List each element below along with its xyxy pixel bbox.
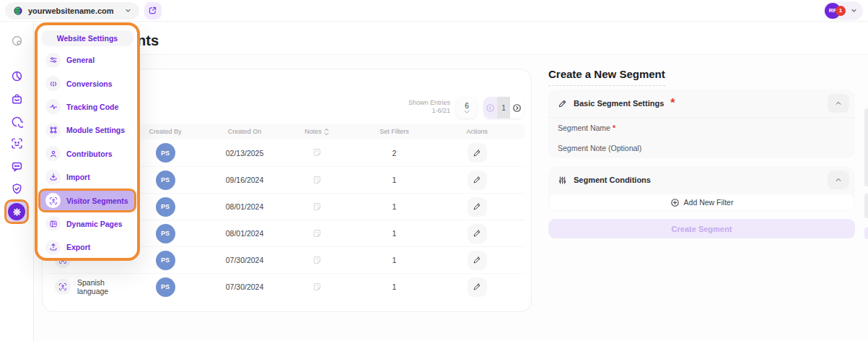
- plus-circle-icon: [670, 198, 680, 207]
- col-notes[interactable]: Notes: [273, 128, 360, 136]
- edit-segment-button[interactable]: [468, 277, 487, 297]
- menu-item-visitor-segments[interactable]: Visitor Segments: [38, 189, 136, 212]
- set-filters-count: 1: [360, 282, 429, 291]
- command-icon: [45, 123, 61, 138]
- collapse-button[interactable]: [828, 170, 849, 189]
- pencil-icon: [473, 149, 481, 157]
- set-filters-count: 1: [360, 202, 429, 211]
- col-created-on: Created On: [216, 128, 273, 135]
- note-icon[interactable]: [273, 256, 360, 265]
- note-icon[interactable]: [273, 148, 360, 157]
- chevron-down-icon: [125, 7, 131, 14]
- note-icon[interactable]: [273, 176, 360, 185]
- basic-settings-header[interactable]: Basic Segment Settings *: [548, 90, 855, 118]
- current-page[interactable]: 1: [497, 97, 511, 118]
- segment-note-input[interactable]: Segment Note (Optional): [548, 138, 855, 158]
- prev-page-button[interactable]: [483, 97, 497, 118]
- shield-check-icon[interactable]: [8, 180, 25, 197]
- sidebar-item-settings-active[interactable]: [4, 199, 29, 224]
- external-link-icon: [148, 6, 157, 15]
- circle-arrow-right-icon: [512, 103, 522, 113]
- segment-name: Spanish language: [77, 278, 115, 295]
- open-website-button[interactable]: [144, 2, 162, 20]
- pencil-icon: [473, 256, 481, 264]
- cutoff-card-edge: [864, 194, 868, 218]
- table-row[interactable]: Spanish language PS 07/30/2024 1: [48, 273, 525, 300]
- recordings-spiral-icon[interactable]: [8, 113, 25, 130]
- note-icon[interactable]: [273, 202, 360, 212]
- notification-badge: 1: [836, 6, 846, 16]
- shown-entries-value: 1-6/21: [408, 107, 450, 115]
- face-scan-icon[interactable]: [8, 134, 25, 152]
- analytics-pie-icon[interactable]: [8, 67, 25, 85]
- creator-avatar: PS: [156, 224, 175, 243]
- shown-entries-label: Shown Entries: [408, 99, 450, 107]
- note-icon[interactable]: [273, 229, 360, 238]
- segment-conditions-label: Segment Conditions: [574, 176, 651, 184]
- set-filters-count: 1: [360, 176, 429, 184]
- create-segment-button[interactable]: Create Segment: [548, 219, 855, 238]
- sliders-icon: [45, 53, 61, 68]
- add-new-filter-button[interactable]: Add New Filter: [550, 194, 854, 210]
- edit-segment-button[interactable]: [468, 251, 487, 270]
- import-icon: [45, 170, 61, 185]
- website-settings-popup: Website Settings General Conversions Tra…: [35, 22, 140, 261]
- chevron-down-icon: [464, 110, 470, 114]
- menu-item-dynamic-pages[interactable]: Dynamic Pages: [41, 212, 133, 236]
- col-set-filters: Set Filters: [360, 128, 429, 135]
- creator-avatar: PS: [156, 197, 175, 217]
- pulse-icon: [45, 99, 61, 114]
- app-sidebar: [0, 22, 34, 341]
- edit-segment-button[interactable]: [468, 143, 487, 163]
- set-filters-count: 1: [360, 256, 429, 264]
- required-asterisk: *: [613, 124, 615, 132]
- created-on: 07/30/2024: [216, 256, 273, 264]
- menu-item-module-settings[interactable]: Module Settings: [41, 118, 133, 142]
- website-selector[interactable]: yourwebsitename.com: [5, 2, 139, 20]
- circle-arrow-left-icon: [486, 103, 495, 113]
- popup-title: Website Settings: [41, 30, 133, 46]
- collapse-button[interactable]: [828, 94, 849, 113]
- menu-item-tracking-code[interactable]: Tracking Code: [41, 95, 133, 118]
- segment-name-input[interactable]: Segment Name *: [548, 118, 855, 138]
- segment-conditions-header[interactable]: Segment Conditions: [548, 166, 855, 194]
- chat-icon[interactable]: [8, 157, 25, 175]
- note-icon[interactable]: [273, 282, 360, 292]
- pencil-icon: [473, 282, 481, 291]
- account-menu[interactable]: RF 1: [823, 1, 863, 20]
- edit-segment-button[interactable]: [468, 197, 487, 217]
- page-size-value: 6: [465, 102, 469, 110]
- broadcast-icon: [45, 76, 61, 91]
- required-asterisk: *: [670, 97, 675, 110]
- page-size-select[interactable]: 6: [456, 97, 478, 118]
- pagination: 1: [483, 97, 524, 118]
- pencil-icon: [473, 229, 481, 238]
- export-icon: [45, 240, 61, 255]
- chevron-up-icon: [835, 176, 842, 184]
- creator-avatar: PS: [156, 251, 175, 270]
- edit-segment-button[interactable]: [468, 224, 487, 243]
- sort-icon: [324, 128, 329, 136]
- edit-segment-button[interactable]: [468, 170, 487, 190]
- creator-avatar: PS: [156, 170, 175, 190]
- menu-item-export[interactable]: Export: [41, 236, 133, 259]
- menu-item-general[interactable]: General: [41, 48, 133, 72]
- col-actions: Actions: [429, 128, 525, 135]
- menu-item-contributors[interactable]: Contributors: [41, 142, 133, 165]
- menu-item-import[interactable]: Import: [41, 165, 133, 189]
- filter-sliders-icon: [558, 176, 567, 185]
- menu-item-conversions[interactable]: Conversions: [41, 72, 133, 95]
- pencil-icon: [558, 99, 567, 108]
- next-page-button[interactable]: [510, 97, 524, 118]
- topbar: yourwebsitename.com RF 1: [0, 0, 868, 22]
- creator-avatar: PS: [156, 277, 175, 297]
- segment-conditions-card: Segment Conditions Add New Filter: [548, 166, 855, 212]
- pencil-icon: [473, 176, 481, 184]
- websites-icon[interactable]: [8, 32, 25, 49]
- settings-gear-icon: [8, 203, 25, 220]
- creator-avatar: PS: [156, 143, 175, 163]
- create-segment-title: Create a New Segment: [548, 68, 665, 86]
- globe-icon: [13, 6, 23, 16]
- briefcase-icon[interactable]: [8, 90, 25, 108]
- pages-icon: [45, 216, 61, 231]
